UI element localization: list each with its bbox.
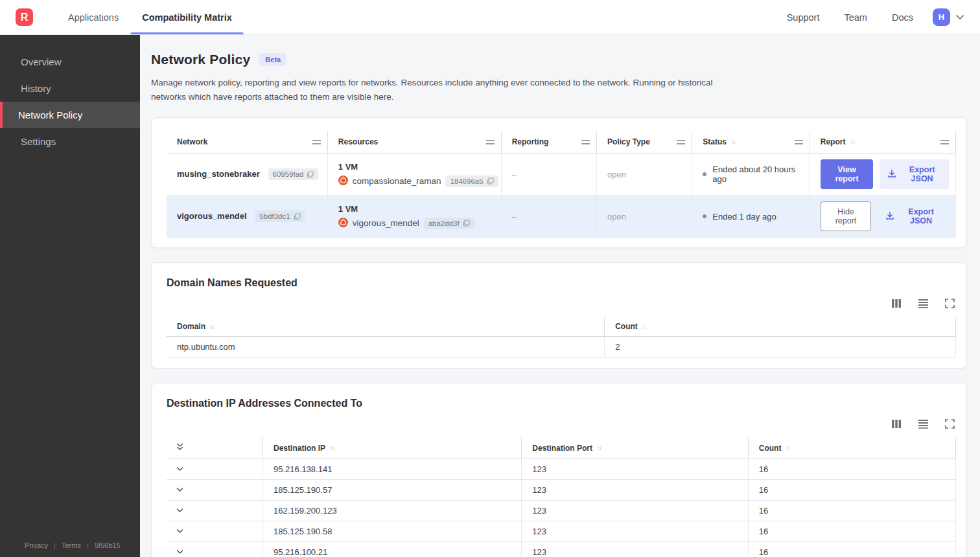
- destination-port-value: 123: [522, 501, 748, 521]
- main-content: Network Policy Beta Manage network polic…: [140, 35, 980, 557]
- privacy-link[interactable]: Privacy: [25, 541, 48, 549]
- fullscreen-icon[interactable]: [945, 419, 955, 429]
- status-dot-icon: [703, 172, 706, 176]
- column-header-policy-type[interactable]: Policy Type: [597, 131, 692, 153]
- column-label: Policy Type: [607, 137, 650, 146]
- chevron-down-icon[interactable]: [955, 14, 964, 20]
- expand-row-icon[interactable]: [176, 466, 184, 472]
- resource-id: aba2dd3f: [428, 220, 460, 227]
- divider: |: [87, 541, 89, 549]
- page-title: Network Policy: [151, 52, 250, 67]
- account-menu[interactable]: H: [933, 0, 964, 34]
- column-header-count[interactable]: Count↑↓: [748, 437, 955, 459]
- column-label: Count: [759, 444, 782, 453]
- drag-handle-icon[interactable]: [940, 140, 949, 144]
- column-label: Destination Port: [532, 444, 592, 453]
- columns-icon[interactable]: [891, 419, 902, 429]
- sidebar-footer: Privacy | Terms | 5f56b15: [0, 541, 140, 557]
- column-header-expand-all[interactable]: [167, 437, 263, 459]
- app-logo[interactable]: R: [16, 8, 33, 26]
- copy-icon[interactable]: [294, 213, 301, 220]
- network-name: vigorous_mendel: [177, 211, 247, 221]
- drag-handle-icon[interactable]: [486, 140, 495, 144]
- expand-row-icon[interactable]: [176, 508, 184, 514]
- card-title: Destination IP Addresses Connected To: [167, 398, 956, 409]
- tab-label: Compatibility Matrix: [142, 12, 232, 23]
- sort-icon[interactable]: ↑↓: [597, 444, 601, 451]
- sort-icon[interactable]: ↑↓: [330, 444, 334, 451]
- drag-handle-icon[interactable]: [581, 140, 590, 144]
- drag-handle-icon[interactable]: [795, 140, 803, 144]
- ubuntu-icon: [338, 218, 348, 229]
- link-team[interactable]: Team: [844, 12, 867, 23]
- sidebar-item-overview[interactable]: Overview: [0, 49, 140, 75]
- sidebar-item-history[interactable]: History: [0, 75, 140, 102]
- tab-label: Applications: [68, 12, 119, 23]
- column-header-domain[interactable]: Domain↑↓: [167, 317, 605, 337]
- sort-icon[interactable]: ↑↓: [731, 139, 735, 146]
- column-label: Status: [703, 137, 727, 146]
- column-header-reporting[interactable]: Reporting: [501, 131, 596, 153]
- domains-table: Domain↑↓ Count↑↓ ntp.ubuntu.com 2: [167, 317, 956, 358]
- copy-icon[interactable]: [463, 220, 470, 227]
- column-header-destination-ip[interactable]: Destination IP↑↓: [263, 437, 522, 459]
- fullscreen-icon[interactable]: [945, 299, 955, 308]
- download-icon: [887, 169, 896, 180]
- page-description: Manage network policy, reporting and vie…: [151, 76, 738, 104]
- expand-row-icon[interactable]: [176, 487, 184, 493]
- column-header-network[interactable]: Network: [167, 131, 327, 153]
- download-icon: [885, 211, 894, 222]
- count-value: 16: [748, 542, 955, 557]
- link-support[interactable]: Support: [787, 12, 820, 23]
- column-header-resources[interactable]: Resources: [327, 131, 501, 153]
- top-navigation-bar: R Applications Compatibility Matrix Supp…: [0, 0, 980, 35]
- destination-ips-table: Destination IP↑↓ Destination Port↑↓ Coun…: [167, 437, 956, 557]
- view-report-button[interactable]: View report: [821, 159, 874, 189]
- status-text: Ended about 20 hours ago: [712, 165, 802, 184]
- sort-icon[interactable]: ↑↓: [850, 139, 854, 146]
- drag-handle-icon[interactable]: [312, 140, 321, 144]
- sort-icon[interactable]: ↑↓: [210, 323, 214, 330]
- network-id: 5bdf3dc1: [259, 212, 290, 220]
- export-json-button[interactable]: Export JSON: [878, 201, 949, 231]
- export-json-button[interactable]: Export JSON: [880, 159, 949, 189]
- column-header-status[interactable]: Status↑↓: [692, 131, 810, 153]
- copy-icon[interactable]: [487, 177, 494, 185]
- drag-handle-icon[interactable]: [677, 140, 685, 144]
- spacer: [244, 0, 787, 34]
- column-label: Domain: [177, 322, 205, 331]
- column-header-count[interactable]: Count↑↓: [605, 317, 956, 337]
- column-label: Network: [177, 137, 207, 146]
- copy-icon[interactable]: [307, 171, 314, 178]
- expand-row-icon[interactable]: [176, 549, 184, 555]
- sort-icon[interactable]: ↑↓: [786, 444, 789, 451]
- resource-id-chip: 184696a5: [445, 176, 498, 187]
- network-id: 60959fad: [273, 170, 304, 178]
- resource-name: compassionate_raman: [353, 176, 441, 186]
- vm-count: 1 VM: [338, 162, 495, 172]
- column-label: Count: [615, 322, 638, 331]
- expand-row-icon[interactable]: [176, 529, 184, 534]
- table-row: ntp.ubuntu.com 2: [167, 337, 956, 358]
- hide-report-button[interactable]: Hide report: [821, 201, 871, 231]
- sidebar-item-network-policy[interactable]: Network Policy: [0, 102, 140, 128]
- sort-icon[interactable]: ↑↓: [642, 323, 646, 330]
- top-tabs: Applications Compatibility Matrix: [56, 0, 244, 34]
- terms-link[interactable]: Terms: [62, 541, 81, 549]
- expand-all-icon[interactable]: [176, 442, 184, 451]
- column-header-report[interactable]: Report↑↓: [810, 131, 955, 153]
- row-density-icon[interactable]: [918, 299, 929, 308]
- sidebar-nav: Overview History Network Policy Settings: [0, 35, 140, 155]
- column-header-destination-port[interactable]: Destination Port↑↓: [522, 437, 748, 459]
- tab-applications[interactable]: Applications: [56, 0, 130, 34]
- resource-id-chip: aba2dd3f: [424, 218, 474, 229]
- reporting-value: –: [501, 153, 596, 196]
- avatar[interactable]: H: [933, 8, 950, 26]
- export-json-label: Export JSON: [901, 207, 941, 225]
- link-docs[interactable]: Docs: [892, 12, 913, 23]
- tab-compatibility-matrix[interactable]: Compatibility Matrix: [130, 0, 244, 34]
- columns-icon[interactable]: [891, 299, 902, 308]
- sidebar-item-settings[interactable]: Settings: [0, 128, 140, 155]
- table-row: musing_stonebraker 60959fad 1 VM: [167, 153, 956, 196]
- row-density-icon[interactable]: [918, 419, 929, 429]
